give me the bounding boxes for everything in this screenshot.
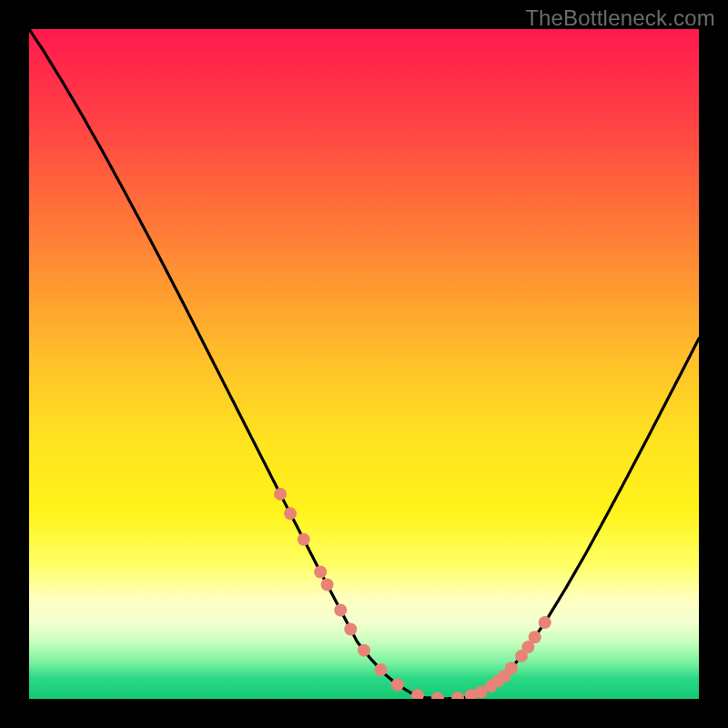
curve-marker: [505, 662, 518, 674]
curve-marker: [344, 622, 357, 635]
curve-marker: [539, 616, 551, 629]
chart-svg: [29, 29, 699, 699]
outer-frame: { "watermark": "TheBottleneck.com", "col…: [0, 0, 728, 728]
curve-marker: [334, 603, 347, 616]
curve-marker: [298, 533, 310, 546]
curve-marker: [314, 566, 327, 579]
curve-marker: [284, 507, 297, 520]
curve-marker: [321, 579, 334, 592]
watermark-text: TheBottleneck.com: [525, 5, 715, 31]
curve-marker: [391, 679, 404, 692]
curve-marker: [374, 663, 387, 676]
curve-marker: [358, 644, 370, 657]
plot-area: [29, 29, 699, 699]
curve-marker: [529, 631, 541, 643]
curve-marker: [274, 488, 287, 500]
gradient-rect: [29, 29, 699, 699]
